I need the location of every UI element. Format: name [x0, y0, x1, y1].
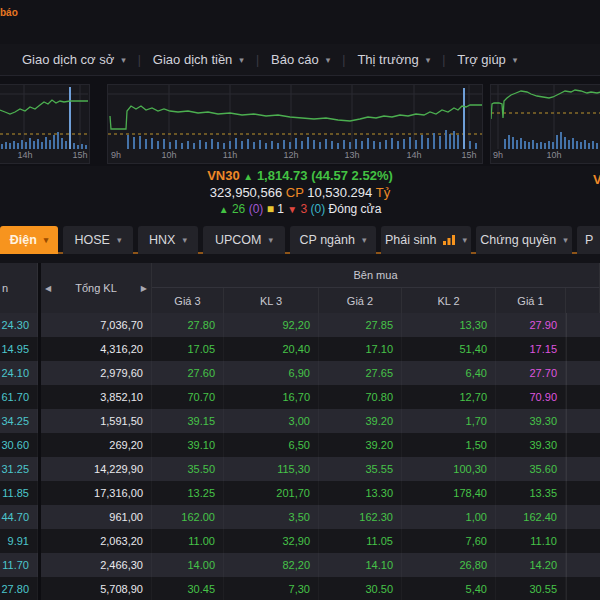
- cell-total[interactable]: 961,00: [41, 505, 152, 529]
- cell-total[interactable]: 7,036,70: [41, 313, 152, 337]
- cell-gia1[interactable]: 70.90: [496, 385, 566, 409]
- cell-kl3[interactable]: 6,50: [224, 433, 319, 457]
- cell-kl3[interactable]: 115,30: [224, 457, 319, 481]
- cell-ref[interactable]: 11.70: [0, 553, 38, 577]
- cell-gia2[interactable]: 39.20: [319, 433, 402, 457]
- cell-gia2[interactable]: 162.30: [319, 505, 402, 529]
- tab-phai-sinh[interactable]: Phái sinh ▾: [381, 226, 471, 254]
- table-row[interactable]: 31.2514,229,9035.50115,3035.55100,3035.6…: [0, 457, 600, 481]
- table-row[interactable]: 24.307,036,7027.8092,2027.8513,3027.90: [0, 313, 600, 337]
- cell-total[interactable]: 14,229,90: [41, 457, 152, 481]
- cell-kl3[interactable]: 3,00: [224, 409, 319, 433]
- cell-gia3[interactable]: 30.45: [152, 577, 224, 600]
- intraday-chart-left[interactable]: 14h15h: [0, 84, 90, 164]
- cell-kl3[interactable]: 92,20: [224, 313, 319, 337]
- cell-kl2[interactable]: 6,40: [402, 361, 496, 385]
- cell-gia3[interactable]: 27.60: [152, 361, 224, 385]
- cell-kl2[interactable]: 178,40: [402, 481, 496, 505]
- cell-ref[interactable]: 31.25: [0, 457, 38, 481]
- scroll-right-icon[interactable]: ▶: [141, 284, 147, 293]
- cell-total[interactable]: 3,852,10: [41, 385, 152, 409]
- cell-gia1[interactable]: 39.30: [496, 433, 566, 457]
- cell-kl3[interactable]: 16,70: [224, 385, 319, 409]
- cell-total[interactable]: 17,316,00: [41, 481, 152, 505]
- cell-kl3[interactable]: 6,90: [224, 361, 319, 385]
- table-row[interactable]: 30.60269,2039.106,5039.201,5039.30: [0, 433, 600, 457]
- tab-cp-nganh[interactable]: CP ngành ▾: [290, 226, 376, 254]
- cell-total[interactable]: 2,979,60: [41, 361, 152, 385]
- cell-total[interactable]: 2,466,30: [41, 553, 152, 577]
- intraday-chart-right[interactable]: 9h10h: [490, 84, 600, 164]
- cell-kl2[interactable]: 12,70: [402, 385, 496, 409]
- cell-kl3[interactable]: 20,40: [224, 337, 319, 361]
- cell-gia3[interactable]: 17.05: [152, 337, 224, 361]
- table-row[interactable]: 11.8517,316,0013.25201,7013.30178,4013.3…: [0, 481, 600, 505]
- cell-gia2[interactable]: 13.30: [319, 481, 402, 505]
- scroll-left-icon[interactable]: ◀: [45, 284, 51, 293]
- table-row[interactable]: 27.805,708,9030.457,3030.505,4030.55: [0, 577, 600, 600]
- tab-dien[interactable]: Điện ▾: [0, 226, 58, 254]
- cell-gia1[interactable]: 35.60: [496, 457, 566, 481]
- cell-ref[interactable]: 30.60: [0, 433, 38, 457]
- cell-gia3[interactable]: 39.15: [152, 409, 224, 433]
- table-row[interactable]: 61.703,852,1070.7016,7070.8012,7070.90: [0, 385, 600, 409]
- cell-ref[interactable]: 27.80: [0, 577, 38, 600]
- table-row[interactable]: 14.954,316,2017.0520,4017.1051,4017.15: [0, 337, 600, 361]
- cell-gia3[interactable]: 11.00: [152, 529, 224, 553]
- cell-gia2[interactable]: 30.50: [319, 577, 402, 600]
- cell-kl3[interactable]: 7,30: [224, 577, 319, 600]
- tab-hnx[interactable]: HNX ▾: [138, 226, 198, 254]
- cell-total[interactable]: 269,20: [41, 433, 152, 457]
- cell-gia3[interactable]: 14.00: [152, 553, 224, 577]
- cell-gia2[interactable]: 14.10: [319, 553, 402, 577]
- cell-gia1[interactable]: 13.35: [496, 481, 566, 505]
- tab-hose[interactable]: HOSE ▾: [63, 226, 133, 254]
- table-row[interactable]: 34.251,591,5039.153,0039.201,7039.30: [0, 409, 600, 433]
- table-row[interactable]: 24.102,979,6027.606,9027.656,4027.70: [0, 361, 600, 385]
- cell-kl2[interactable]: 1,00: [402, 505, 496, 529]
- menu-item-giao-dich-tien[interactable]: Giao dịch tiền ▾: [141, 52, 256, 67]
- menu-item-bao-cao[interactable]: Báo cáo ▾: [259, 52, 342, 67]
- cell-gia3[interactable]: 39.10: [152, 433, 224, 457]
- cell-gia2[interactable]: 27.85: [319, 313, 402, 337]
- cell-gia1[interactable]: 162.40: [496, 505, 566, 529]
- cell-ref[interactable]: 11.85: [0, 481, 38, 505]
- cell-gia2[interactable]: 70.80: [319, 385, 402, 409]
- cell-total[interactable]: 1,591,50: [41, 409, 152, 433]
- menu-item-thi-truong[interactable]: Thị trường ▾: [345, 52, 442, 67]
- cell-gia1[interactable]: 27.90: [496, 313, 566, 337]
- cell-gia3[interactable]: 35.50: [152, 457, 224, 481]
- cell-total[interactable]: 5,708,90: [41, 577, 152, 600]
- cell-kl2[interactable]: 51,40: [402, 337, 496, 361]
- table-row[interactable]: 44.70961,00162.003,50162.301,00162.40: [0, 505, 600, 529]
- cell-gia3[interactable]: 27.80: [152, 313, 224, 337]
- cell-ref[interactable]: 14.95: [0, 337, 38, 361]
- cell-gia1[interactable]: 17.15: [496, 337, 566, 361]
- tab-chung-quyen[interactable]: Chứng quyền ▾: [476, 226, 572, 254]
- cell-kl2[interactable]: 13,30: [402, 313, 496, 337]
- cell-ref[interactable]: 24.30: [0, 313, 38, 337]
- cell-ref[interactable]: 61.70: [0, 385, 38, 409]
- cell-kl3[interactable]: 3,50: [224, 505, 319, 529]
- cell-gia2[interactable]: 11.05: [319, 529, 402, 553]
- intraday-chart-vn30[interactable]: 9h10h11h12h13h14h15h: [107, 84, 483, 164]
- cell-total[interactable]: 2,063,20: [41, 529, 152, 553]
- cell-ref[interactable]: 9.91: [0, 529, 38, 553]
- cell-gia1[interactable]: 27.70: [496, 361, 566, 385]
- cell-kl2[interactable]: 1,50: [402, 433, 496, 457]
- tab-upcom[interactable]: UPCOM ▾: [203, 226, 285, 254]
- cell-gia1[interactable]: 30.55: [496, 577, 566, 600]
- cell-kl2[interactable]: 1,70: [402, 409, 496, 433]
- cell-gia2[interactable]: 27.65: [319, 361, 402, 385]
- cell-gia3[interactable]: 70.70: [152, 385, 224, 409]
- table-row[interactable]: 11.702,466,3014.0082,2014.1026,8014.20: [0, 553, 600, 577]
- cell-gia2[interactable]: 17.10: [319, 337, 402, 361]
- cell-gia1[interactable]: 39.30: [496, 409, 566, 433]
- cell-gia2[interactable]: 35.55: [319, 457, 402, 481]
- cell-kl2[interactable]: 5,40: [402, 577, 496, 600]
- cell-kl3[interactable]: 32,90: [224, 529, 319, 553]
- cell-gia3[interactable]: 162.00: [152, 505, 224, 529]
- cell-gia1[interactable]: 14.20: [496, 553, 566, 577]
- cell-ref[interactable]: 44.70: [0, 505, 38, 529]
- cell-gia3[interactable]: 13.25: [152, 481, 224, 505]
